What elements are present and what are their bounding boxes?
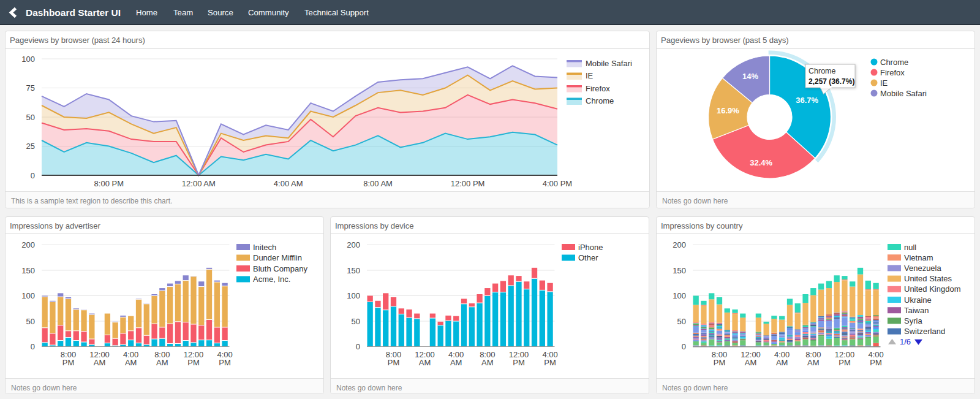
svg-text:100: 100 [673, 291, 686, 300]
svg-text:200: 200 [347, 240, 360, 249]
svg-text:IE: IE [880, 78, 888, 88]
svg-text:Acme, Inc.: Acme, Inc. [253, 275, 290, 284]
svg-text:200: 200 [673, 240, 686, 249]
svg-text:AM: AM [125, 358, 137, 367]
svg-text:Syria: Syria [904, 316, 922, 325]
svg-text:36.7%: 36.7% [796, 96, 818, 105]
svg-text:Mobile Safari: Mobile Safari [880, 89, 927, 98]
svg-text:PM: PM [388, 358, 400, 367]
svg-text:50: 50 [26, 317, 35, 326]
svg-text:100: 100 [347, 291, 360, 300]
svg-text:PM: PM [714, 358, 726, 367]
svg-text:16.9%: 16.9% [717, 106, 739, 115]
svg-text:Taiwan: Taiwan [904, 306, 929, 315]
svg-text:Switzerland: Switzerland [904, 327, 945, 336]
svg-text:32.4%: 32.4% [750, 158, 772, 167]
svg-text:PM: PM [219, 358, 231, 367]
svg-text:Chrome: Chrome [809, 67, 836, 75]
svg-text:AM: AM [156, 358, 168, 367]
svg-text:150: 150 [347, 266, 360, 275]
svg-text:4:00 PM: 4:00 PM [543, 179, 572, 188]
svg-text:0: 0 [682, 342, 686, 351]
svg-text:14%: 14% [742, 72, 758, 81]
svg-text:8:00 AM: 8:00 AM [363, 179, 393, 188]
svg-text:Chrome: Chrome [880, 58, 908, 67]
svg-text:AM: AM [94, 358, 106, 367]
svg-text:PM: PM [187, 358, 200, 367]
svg-text:150: 150 [673, 266, 686, 275]
svg-text:AM: AM [807, 358, 820, 367]
svg-text:AM: AM [745, 358, 757, 367]
svg-text:Firefox: Firefox [586, 84, 610, 93]
svg-text:25: 25 [26, 142, 35, 151]
svg-text:PM: PM [870, 358, 882, 367]
svg-text:Mobile Safari: Mobile Safari [586, 59, 632, 68]
svg-text:PM: PM [839, 358, 851, 367]
svg-text:200: 200 [21, 240, 35, 249]
svg-text:United Kingdom: United Kingdom [904, 284, 961, 294]
svg-text:50: 50 [677, 317, 686, 326]
svg-text:8:00 PM: 8:00 PM [94, 179, 124, 188]
svg-text:Other: Other [578, 253, 598, 262]
svg-text:150: 150 [21, 266, 35, 275]
svg-text:100: 100 [21, 291, 35, 300]
svg-text:12:00 AM: 12:00 AM [182, 179, 216, 188]
svg-text:AM: AM [419, 358, 431, 367]
svg-text:50: 50 [26, 113, 35, 122]
svg-text:0: 0 [356, 342, 360, 351]
svg-text:Bluth Company: Bluth Company [253, 264, 307, 273]
svg-text:PM: PM [544, 358, 556, 367]
svg-text:Dunder Mifflin: Dunder Mifflin [253, 253, 302, 262]
svg-text:iPhone: iPhone [578, 243, 603, 252]
svg-text:75: 75 [26, 83, 35, 93]
svg-text:12:00 PM: 12:00 PM [451, 179, 485, 188]
svg-text:50: 50 [352, 317, 360, 326]
svg-text:Venezuela: Venezuela [904, 264, 941, 273]
svg-text:Vietnam: Vietnam [904, 253, 933, 262]
svg-text:Chrome: Chrome [586, 96, 614, 105]
svg-text:AM: AM [481, 358, 494, 367]
svg-text:0: 0 [31, 342, 35, 351]
svg-text:AM: AM [776, 358, 788, 367]
svg-text:1/6: 1/6 [900, 337, 911, 346]
svg-text:null: null [904, 243, 916, 252]
svg-text:Ukraine: Ukraine [904, 295, 932, 305]
svg-text:PM: PM [513, 358, 525, 367]
svg-text:0: 0 [31, 171, 35, 180]
svg-text:2,257 (36.7%): 2,257 (36.7%) [809, 77, 854, 86]
svg-text:Firefox: Firefox [880, 68, 905, 77]
svg-text:IE: IE [586, 71, 594, 80]
svg-text:4:00 AM: 4:00 AM [274, 179, 303, 188]
svg-text:Initech: Initech [253, 243, 276, 252]
svg-text:AM: AM [450, 358, 462, 367]
svg-text:100: 100 [21, 55, 35, 64]
svg-text:PM: PM [62, 358, 75, 367]
svg-text:United States: United States [904, 274, 952, 283]
